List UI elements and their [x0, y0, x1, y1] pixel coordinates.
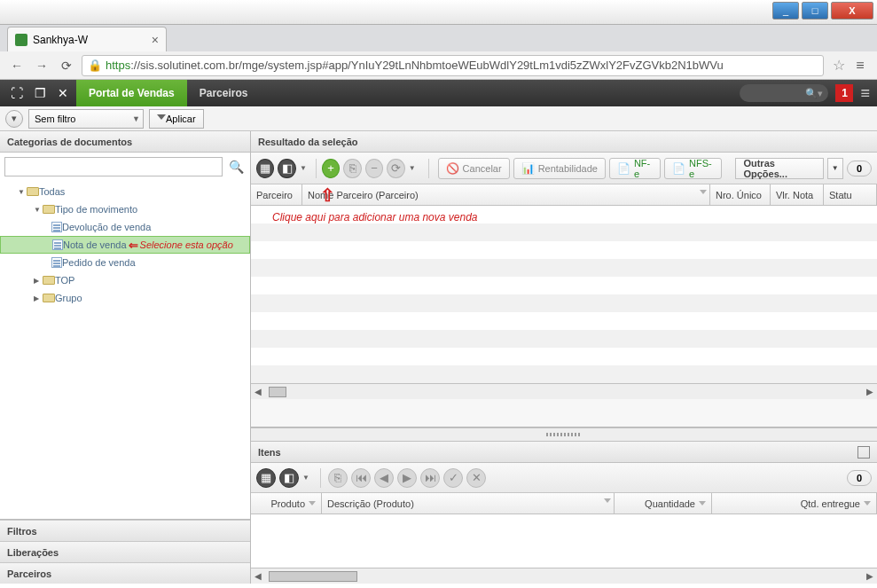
folder-icon — [43, 294, 55, 302]
nfe-button[interactable]: 📄NF-e — [609, 158, 661, 179]
filter-icon[interactable] — [864, 501, 871, 506]
filter-icon[interactable] — [604, 498, 611, 503]
apply-filter-button[interactable]: Aplicar — [149, 109, 204, 129]
forward-button[interactable]: → — [32, 56, 51, 75]
rentabilidade-button[interactable]: 📊Rentabilidade — [513, 158, 606, 179]
col-descricao[interactable]: Descrição (Produto) — [322, 493, 615, 514]
form-view-button[interactable]: ◧ — [278, 159, 295, 178]
back-button[interactable]: ← — [7, 56, 27, 75]
doc-icon: 📄 — [617, 162, 630, 175]
document-icon — [51, 257, 62, 268]
tab-title: Sankhya-W — [33, 34, 88, 46]
folder-icon — [27, 187, 39, 196]
grid-view-button[interactable]: ▦ — [256, 468, 276, 488]
col-vlr-nota[interactable]: Vlr. Nota — [771, 184, 824, 205]
fit-screen-icon[interactable]: ⛶ — [7, 83, 27, 103]
record-count-badge: 0 — [847, 161, 872, 176]
tree-node-todas[interactable]: ▼ Todas — [0, 183, 250, 200]
tree-label: Grupo — [55, 293, 82, 303]
col-quantidade[interactable]: Quantidade — [615, 493, 712, 514]
col-produto[interactable]: Produto — [251, 493, 322, 514]
confirm-button[interactable]: ✓ — [443, 468, 463, 488]
tree-node-pedido[interactable]: Pedido de venda — [0, 254, 250, 271]
notification-badge[interactable]: 1 — [835, 84, 853, 102]
cancel-button[interactable]: 🚫Cancelar — [438, 158, 510, 179]
collapse-icon[interactable]: ▼ — [34, 206, 43, 214]
col-nro-unico[interactable]: Nro. Único — [710, 184, 771, 205]
reload-button[interactable]: ⟳ — [57, 56, 76, 75]
category-tree: ▼ Todas ▼ Tipo de movimento Devolução de… — [0, 181, 250, 519]
search-pill[interactable]: 🔍▾ — [740, 84, 828, 102]
close-tab-icon[interactable]: ✕ — [53, 83, 73, 103]
chevron-down-icon[interactable]: ▼ — [300, 164, 307, 172]
first-button[interactable]: ⏮ — [351, 468, 371, 488]
window-maximize-button[interactable]: □ — [802, 2, 828, 20]
collapse-icon[interactable]: ▼ — [18, 188, 27, 196]
column-headers: Parceiro Nome Parceiro (Parceiro) Nro. Ú… — [251, 184, 877, 206]
outras-opcoes-dropdown[interactable]: ▼ — [827, 158, 843, 179]
categories-header: Categorias de documentos — [0, 131, 250, 153]
tree-label: TOP — [55, 275, 74, 286]
expand-icon[interactable]: ▶ — [34, 277, 43, 285]
chart-icon: 📊 — [521, 162, 535, 175]
tree-label: Nota de venda — [63, 239, 127, 250]
result-header: Resultado da seleção — [251, 131, 877, 153]
tree-node-tipo-movimento[interactable]: ▼ Tipo de movimento — [0, 200, 250, 218]
chrome-menu-icon[interactable]: ≡ — [850, 58, 870, 74]
itens-header-label: Itens — [258, 447, 281, 458]
bookmark-star-icon[interactable]: ☆ — [833, 57, 845, 74]
splitter[interactable] — [251, 427, 877, 442]
outras-opcoes-button[interactable]: Outras Opções... — [735, 158, 823, 179]
col-qtd-entregue[interactable]: Qtd. entregue — [712, 493, 877, 514]
annotation-arrow-up-icon: ⇧ — [320, 184, 335, 206]
lock-icon: 🔒 — [88, 59, 102, 72]
expand-icon[interactable]: ▶ — [34, 294, 43, 302]
grid-body[interactable]: ⇧ Clique aqui para adicionar uma nova ve… — [251, 206, 877, 383]
cancel-button[interactable]: ✕ — [466, 468, 486, 488]
tree-node-nota-venda[interactable]: Nota de venda ⇐ Selecione esta opção — [0, 236, 250, 254]
browser-tab[interactable]: Sankhya-W × — [7, 27, 167, 51]
filter-icon[interactable] — [700, 190, 707, 194]
col-nome-parceiro[interactable]: Nome Parceiro (Parceiro) — [302, 184, 710, 205]
maximize-panel-icon[interactable] — [857, 446, 870, 459]
panel-filtros[interactable]: Filtros — [0, 520, 250, 541]
add-button[interactable]: + — [322, 159, 340, 178]
panel-parceiros[interactable]: Parceiros — [0, 562, 250, 584]
grid-view-button[interactable]: ▦ — [256, 159, 274, 178]
filter-dropdown[interactable]: Sem filtro ▼ — [28, 109, 144, 129]
col-status[interactable]: Statu — [824, 184, 877, 205]
chevron-down-icon[interactable]: ▼ — [409, 164, 416, 172]
tab-portal-vendas[interactable]: Portal de Vendas — [76, 80, 187, 106]
last-button[interactable]: ⏭ — [420, 468, 440, 488]
grid-hscrollbar[interactable]: ◀▶ — [251, 383, 877, 399]
tab-parceiros[interactable]: Parceiros — [187, 80, 261, 106]
col-parceiro[interactable]: Parceiro — [251, 184, 302, 205]
panel-liberacoes[interactable]: Liberações — [0, 541, 250, 562]
filter-icon[interactable] — [699, 501, 706, 506]
result-toolbar: ▦ ◧ ▼ + ⎘ − ⟳ ▼ 🚫Cancelar 📊Rentabilidade… — [251, 153, 877, 184]
prev-button[interactable]: ◀ — [374, 468, 394, 488]
refresh-button[interactable]: ⟳ — [387, 159, 404, 178]
category-search-input[interactable] — [4, 157, 223, 176]
copy-button[interactable]: ⎘ — [328, 468, 348, 488]
window-close-button[interactable]: X — [831, 2, 873, 20]
tree-node-devolucao[interactable]: Devolução de venda — [0, 218, 250, 236]
window-minimize-button[interactable]: _ — [772, 2, 799, 20]
url-input[interactable]: 🔒 https ://sis.solutinet.com.br/mge/syst… — [82, 55, 824, 76]
tree-node-grupo[interactable]: ▶ Grupo — [0, 289, 250, 307]
chevron-down-icon[interactable]: ▼ — [302, 474, 309, 482]
nfse-button[interactable]: 📄NFS-e — [664, 158, 722, 179]
remove-button[interactable]: − — [365, 159, 383, 178]
tab-close-icon[interactable]: × — [152, 33, 159, 47]
next-button[interactable]: ▶ — [397, 468, 417, 488]
itens-hscrollbar[interactable]: ◀▶ — [251, 568, 877, 584]
filter-settings-button[interactable]: ▾ — [5, 110, 23, 128]
windows-icon[interactable]: ❐ — [30, 83, 50, 103]
copy-button[interactable]: ⎘ — [343, 159, 361, 178]
result-grid: Parceiro Nome Parceiro (Parceiro) Nro. Ú… — [251, 184, 877, 427]
app-menu-icon[interactable]: ≡ — [860, 84, 870, 103]
search-icon[interactable]: 🔍 — [226, 157, 246, 176]
form-view-button[interactable]: ◧ — [279, 468, 299, 488]
tree-node-top[interactable]: ▶ TOP — [0, 271, 250, 289]
filter-icon[interactable] — [309, 501, 316, 506]
